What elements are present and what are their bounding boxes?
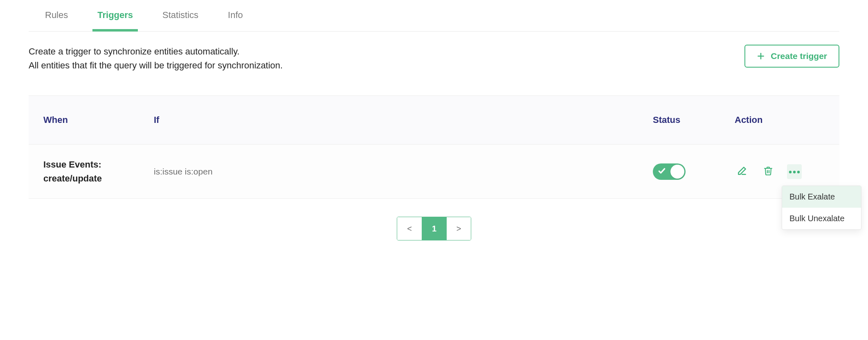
cell-if: is:issue is:open bbox=[154, 167, 653, 177]
column-when: When bbox=[43, 115, 154, 125]
menu-item-bulk-exalate[interactable]: Bulk Exalate bbox=[782, 186, 861, 208]
when-line-1: Issue Events: bbox=[43, 158, 154, 172]
tab-statistics[interactable]: Statistics bbox=[162, 10, 198, 31]
create-trigger-button[interactable]: Create trigger bbox=[744, 45, 839, 68]
page-description: Create a trigger to synchronize entities… bbox=[29, 45, 283, 73]
trash-icon bbox=[763, 165, 773, 177]
more-horizontal-icon bbox=[789, 168, 800, 175]
svg-point-2 bbox=[789, 171, 792, 173]
edit-button[interactable] bbox=[735, 164, 749, 179]
cell-action: Bulk Exalate Bulk Unexalate bbox=[735, 164, 825, 179]
pagination: < 1 > bbox=[29, 217, 839, 240]
edit-icon bbox=[737, 165, 747, 177]
more-actions-button[interactable] bbox=[787, 164, 802, 179]
cell-when: Issue Events: create/update bbox=[43, 158, 154, 186]
tab-triggers[interactable]: Triggers bbox=[97, 10, 133, 31]
description-line-1: Create a trigger to synchronize entities… bbox=[29, 45, 283, 59]
create-trigger-label: Create trigger bbox=[771, 51, 827, 61]
page-header: Create a trigger to synchronize entities… bbox=[29, 32, 839, 73]
column-if: If bbox=[154, 115, 653, 125]
check-icon bbox=[658, 167, 666, 176]
toggle-knob bbox=[670, 165, 684, 179]
svg-point-3 bbox=[793, 171, 796, 173]
pager-prev[interactable]: < bbox=[397, 217, 422, 240]
status-toggle[interactable] bbox=[653, 163, 686, 180]
tab-bar: Rules Triggers Statistics Info bbox=[29, 0, 839, 32]
column-action: Action bbox=[735, 115, 825, 125]
tab-rules[interactable]: Rules bbox=[45, 10, 68, 31]
pager: < 1 > bbox=[397, 217, 471, 240]
trigger-table: When If Status Action Issue Events: crea… bbox=[29, 95, 839, 199]
description-line-2: All entities that fit the query will be … bbox=[29, 59, 283, 73]
table-row: Issue Events: create/update is:issue is:… bbox=[29, 145, 839, 199]
pager-next[interactable]: > bbox=[446, 217, 471, 240]
tab-info[interactable]: Info bbox=[228, 10, 243, 31]
more-actions-menu: Bulk Exalate Bulk Unexalate bbox=[782, 186, 861, 230]
plus-icon bbox=[757, 52, 765, 60]
delete-button[interactable] bbox=[761, 164, 776, 179]
pager-page-1[interactable]: 1 bbox=[422, 217, 446, 240]
column-status: Status bbox=[653, 115, 735, 125]
menu-item-bulk-unexalate[interactable]: Bulk Unexalate bbox=[782, 208, 861, 229]
cell-status bbox=[653, 163, 735, 180]
when-line-2: create/update bbox=[43, 172, 154, 186]
table-header: When If Status Action bbox=[29, 95, 839, 145]
svg-point-4 bbox=[797, 171, 800, 173]
